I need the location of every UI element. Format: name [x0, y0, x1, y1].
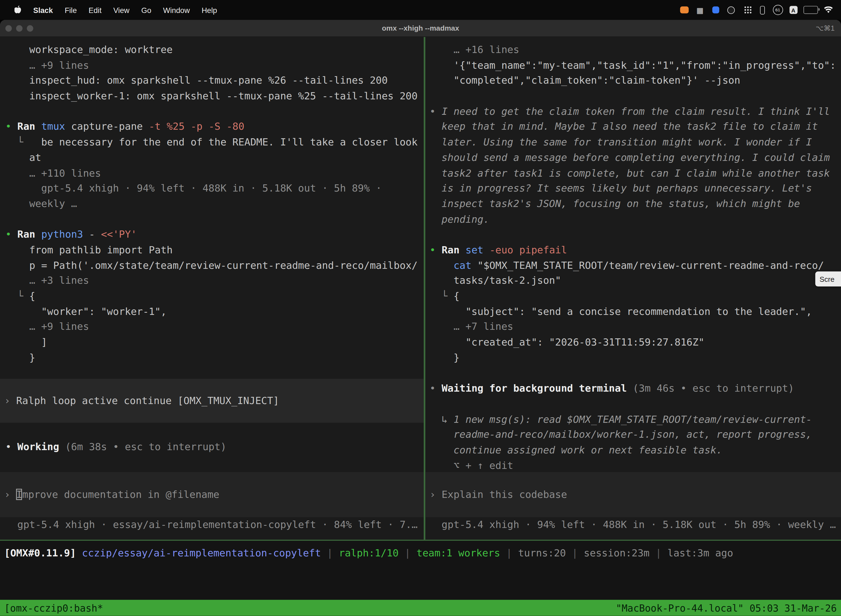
ralph-inject-bar: › Ralph loop active continue [OMX_TMUX_I…	[0, 379, 424, 423]
menu-item-app[interactable]: Slack	[27, 6, 59, 14]
terminal-line: • Working (6m 38s • esc to interrupt)	[5, 440, 423, 455]
terminal-line: › Improve documentation in @filename	[4, 487, 219, 502]
screen: Slack File Edit View Go Window Help ▦ 61…	[0, 0, 841, 616]
terminal-line: '{"team_name":"my-team","task_id":"1","f…	[429, 58, 841, 73]
menu-bar-left: Slack File Edit View Go Window Help	[0, 5, 223, 15]
bottom-region: [OMX#0.11.9] cczip/essay/ai-reimplementa…	[0, 541, 841, 616]
terminal-line	[5, 212, 423, 227]
pill-icon[interactable]	[757, 4, 768, 16]
window-shortcut-hint: ⌥⌘1	[816, 24, 834, 32]
terminal-line: pending.	[429, 212, 841, 227]
tmux-session-label: [omx-cczip0:bash*	[4, 602, 103, 613]
terminal-line: [OMX#0.11.9] cczip/essay/ai-reimplementa…	[4, 546, 841, 561]
battery-percent-icon[interactable]: 61	[772, 4, 783, 16]
tmux-status-bar: [omx-cczip0:bash* "MacBook-Pro-44.local"…	[0, 600, 841, 616]
terminal-line: continue assigned work or next feasible …	[429, 442, 841, 458]
input-source-icon[interactable]: A	[788, 4, 799, 16]
terminal-line: ↳ 1 new msg(s): read $OMX_TEAM_STATE_ROO…	[429, 412, 841, 427]
dots-grid-icon[interactable]	[741, 4, 752, 16]
terminal-line: later. Using the same for transition mig…	[429, 135, 841, 150]
left-pane-output: workspace_mode: worktree … +9 lines insp…	[0, 39, 424, 366]
wifi-icon[interactable]	[823, 4, 834, 16]
terminal-line	[429, 366, 841, 381]
terminal-line: … +9 lines	[5, 58, 423, 73]
terminal-line: workspace_mode: worktree	[5, 43, 423, 58]
terminal-line: inspect_worker-1: omx sparkshell --tmux-…	[5, 89, 423, 104]
terminal-line: ⌥ + ↑ edit	[429, 458, 841, 473]
left-model-status-line: gpt-5.4 xhigh · essay/ai-reimplementatio…	[0, 517, 424, 532]
terminal-line: └ be necessary for the end of the README…	[5, 135, 423, 150]
tmux-pane-left[interactable]: workspace_mode: worktree … +9 lines insp…	[0, 39, 424, 540]
terminal-line: tasks/task-2.json"	[429, 273, 841, 289]
terminal-line: ]	[5, 335, 423, 350]
right-pane-output: … +16 lines '{"team_name":"my-team","tas…	[425, 39, 841, 473]
terminal-line: "created_at": "2026-03-31T11:59:27.816Z"	[429, 335, 841, 350]
menu-item-view[interactable]: View	[107, 6, 135, 14]
terminal-line: … +7 lines	[429, 319, 841, 335]
blue-app-icon[interactable]	[710, 4, 721, 16]
terminal-line: p = Path('.omx/state/team/review-current…	[5, 258, 423, 273]
menu-item-window[interactable]: Window	[157, 6, 196, 14]
ralph-inject-text: › Ralph loop active continue [OMX_TMUX_I…	[4, 393, 279, 409]
terminal-line	[429, 89, 841, 104]
right-prompt-input[interactable]: › Explain this codebase	[425, 472, 841, 517]
terminal-line: }	[5, 350, 423, 366]
menu-bar: Slack File Edit View Go Window Help ▦ 61…	[0, 0, 841, 20]
battery-icon[interactable]	[803, 4, 818, 16]
menu-item-go[interactable]: Go	[135, 6, 157, 14]
terminal-line: inspect_hud: omx sparkshell --tmux-pane …	[5, 73, 423, 89]
terminal-line: should send a message before completing …	[429, 150, 841, 166]
menu-item-file[interactable]: File	[59, 6, 83, 14]
terminal-body: workspace_mode: worktree … +9 lines insp…	[0, 37, 841, 616]
terminal-line: "worker": "worker-1",	[5, 304, 423, 320]
terminal-line: at	[5, 150, 423, 166]
terminal-line: readme-and-reco/mailbox/worker-1.json, a…	[429, 427, 841, 443]
window-title: omx --xhigh --madmax	[0, 24, 841, 32]
omx-session-status-line: [OMX#0.11.9] cczip/essay/ai-reimplementa…	[0, 541, 841, 561]
right-prompt-text: › Explain this codebase	[429, 487, 567, 502]
terminal-line: gpt-5.4 xhigh · essay/ai-reimplementatio…	[5, 517, 423, 532]
terminal-line: › Explain this codebase	[429, 487, 567, 502]
terminal-window: omx --xhigh --madmax ⌥⌘1 workspace_mode:…	[0, 20, 841, 616]
window-title-bar[interactable]: omx --xhigh --madmax ⌥⌘1	[0, 20, 841, 37]
terminal-line: • Ran tmux capture-pane -t %25 -p -S -80	[5, 119, 423, 135]
terminal-line: task2 after task1 is complete, but can I…	[429, 166, 841, 181]
terminal-line: inspect task2's JSON, focusing on the st…	[429, 196, 841, 212]
screen-overlay-button[interactable]: Scre	[815, 271, 841, 286]
terminal-line: cat "$OMX_TEAM_STATE_ROOT/team/review-cu…	[429, 258, 841, 273]
terminal-line	[429, 396, 841, 412]
apple-menu[interactable]	[9, 5, 27, 15]
tmux-pane-right[interactable]: … +16 lines '{"team_name":"my-team","tas…	[425, 39, 841, 540]
terminal-line	[429, 227, 841, 243]
terminal-line: └ {	[429, 289, 841, 304]
terminal-line: • Ran python3 - <<'PY'	[5, 227, 423, 243]
working-status-line: • Working (6m 38s • esc to interrupt)	[0, 440, 424, 455]
terminal-line: "subject": "send a concise recommendatio…	[429, 304, 841, 320]
terminal-line: • Waiting for background terminal (3m 46…	[429, 381, 841, 396]
terminal-line: from pathlib import Path	[5, 243, 423, 258]
terminal-line: gpt-5.4 xhigh · 94% left · 488K in · 5.1…	[429, 517, 841, 532]
terminal-line: }	[429, 350, 841, 366]
screen-recording-indicator-icon[interactable]	[679, 4, 690, 16]
terminal-line: └ {	[5, 289, 423, 304]
terminal-line: … +9 lines	[5, 319, 423, 335]
terminal-line: … +3 lines	[5, 273, 423, 289]
terminal-line: … +16 lines	[429, 43, 841, 58]
left-prompt-input[interactable]: › Improve documentation in @filename	[0, 472, 424, 517]
terminal-line: • Ran set -euo pipefail	[429, 243, 841, 258]
terminal-line: gpt-5.4 xhigh · 94% left · 488K in · 5.1…	[5, 181, 423, 196]
terminal-line: › Ralph loop active continue [OMX_TMUX_I…	[4, 393, 279, 409]
terminal-line: • I need to get the claim token from the…	[429, 104, 841, 119]
right-model-status-line: gpt-5.4 xhigh · 94% left · 488K in · 5.1…	[425, 517, 841, 532]
menu-item-help[interactable]: Help	[196, 6, 223, 14]
terminal-line: is in progress? It seems likely but perh…	[429, 181, 841, 196]
apple-logo-icon	[14, 6, 21, 15]
terminal-line: weekly …	[5, 196, 423, 212]
tmux-host-clock-label: "MacBook-Pro-44.local" 05:03 31-Mar-26	[616, 602, 837, 613]
terminal-line: "completed","claim_token":"claim-token"}…	[429, 73, 841, 89]
menu-item-edit[interactable]: Edit	[83, 6, 108, 14]
terminal-line: … +110 lines	[5, 166, 423, 181]
window-grid-icon[interactable]: ▦	[694, 4, 705, 16]
circle-app-icon[interactable]	[726, 4, 736, 16]
terminal-line	[5, 104, 423, 119]
